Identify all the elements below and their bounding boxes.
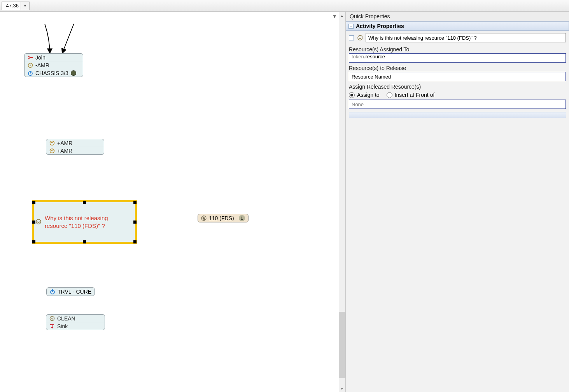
assign-released-label: Assign Released Resource(s): [349, 84, 566, 90]
radio-insert-front[interactable]: Insert at Front of: [387, 92, 435, 98]
scroll-up-icon[interactable]: ▴: [339, 12, 345, 19]
flow-canvas[interactable]: ▾ ✕: [0, 12, 345, 392]
timer-icon: [50, 289, 55, 294]
resource-pill[interactable]: 110 (FDS) 1: [198, 214, 249, 222]
node-trvl-label: TRVL - CURE: [58, 289, 91, 295]
svg-rect-2: [30, 71, 31, 72]
activity-name-input[interactable]: [366, 33, 566, 42]
activity-properties-header[interactable]: − Activity Properties: [346, 21, 569, 31]
resource-count-badge: 1: [239, 215, 245, 221]
node-clean[interactable]: CLEAN Sink: [46, 314, 105, 330]
assigned-to-rest: .resource: [364, 54, 385, 60]
zoom-dropdown[interactable]: ▼: [21, 2, 30, 10]
join-icon: [28, 55, 33, 60]
quick-properties-title: Quick Properties: [346, 12, 569, 21]
star-icon: [201, 215, 207, 221]
properties-panel: Quick Properties − Activity Properties −…: [345, 12, 569, 392]
release-icon: [35, 219, 41, 224]
acquire-icon: [49, 148, 55, 154]
toolbar: 47.36 ▼: [0, 0, 569, 12]
scroll-thumb[interactable]: [339, 312, 345, 378]
node-selected[interactable]: Why is this not releasing resource "110 …: [32, 200, 137, 244]
assigned-to-token: token: [352, 54, 364, 60]
radio-unselected-icon: [387, 92, 392, 98]
node-amr[interactable]: +AMR +AMR: [46, 139, 104, 155]
status-dot-icon: [71, 70, 76, 76]
chevron-down-icon: ▼: [23, 4, 27, 8]
timer-icon: [28, 70, 33, 76]
to-release-label: Resource(s) to Release: [349, 65, 566, 71]
zoom-value[interactable]: 47.36: [2, 2, 21, 10]
collapse-icon[interactable]: −: [348, 24, 354, 29]
node-join-chassis: CHASSIS 3/3: [35, 70, 68, 76]
sink-icon: [49, 324, 55, 329]
section-footer-bar: [349, 112, 566, 118]
scroll-down-icon[interactable]: ▾: [339, 385, 345, 392]
to-release-input[interactable]: [349, 72, 566, 81]
panel-menu-icon[interactable]: ▾: [333, 13, 336, 19]
acquire-icon: [49, 140, 55, 146]
assign-target-input[interactable]: [349, 100, 566, 109]
svg-point-9: [50, 317, 54, 321]
node-trvl[interactable]: TRVL - CURE: [46, 287, 95, 296]
node-join[interactable]: Join -AMR CHASSIS 3/3: [24, 53, 83, 77]
vertical-scrollbar[interactable]: ▴ ▾: [339, 12, 345, 392]
release-icon: [49, 316, 55, 321]
node-sink-label: Sink: [57, 323, 68, 329]
node-join-minus-amr: -AMR: [35, 62, 49, 68]
release-icon: [28, 63, 33, 68]
assigned-to-input[interactable]: token.resource: [349, 53, 566, 63]
svg-point-5: [36, 219, 41, 224]
radio-assign-to[interactable]: Assign to: [349, 92, 380, 98]
node-clean-label: CLEAN: [57, 315, 75, 322]
resource-label: 110 (FDS): [209, 215, 234, 221]
assigned-to-label: Resource(s) Assigned To: [349, 46, 566, 52]
node-amr-line2: +AMR: [57, 148, 72, 154]
release-icon: [357, 35, 362, 40]
radio-selected-icon: [349, 92, 355, 98]
svg-point-10: [358, 35, 362, 40]
collapse-icon[interactable]: −: [349, 35, 354, 40]
activity-properties-label: Activity Properties: [356, 23, 404, 29]
svg-rect-8: [52, 289, 53, 290]
selected-node-text: Why is this not releasing resource "110 …: [34, 214, 108, 230]
node-amr-line1: +AMR: [57, 140, 72, 146]
node-join-label: Join: [35, 54, 46, 61]
